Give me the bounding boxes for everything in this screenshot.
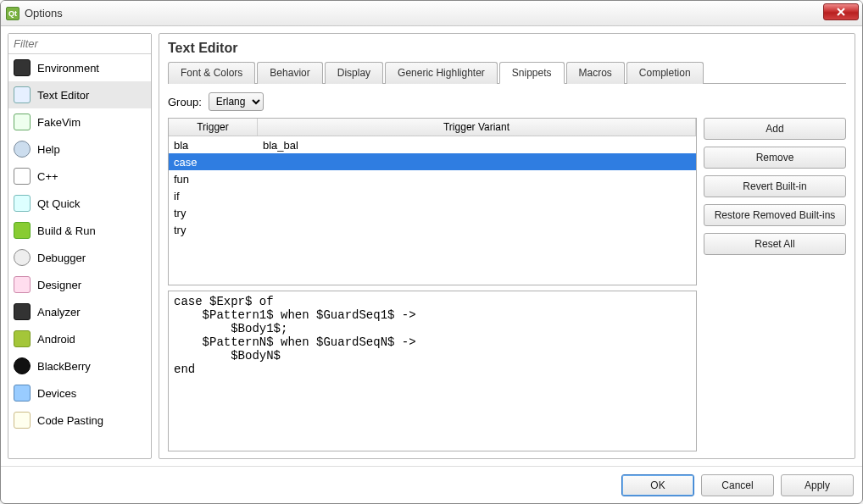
sidebar-item-label: Debugger (37, 252, 86, 264)
cell-trigger: if (169, 190, 258, 202)
cell-trigger: bla (169, 139, 258, 152)
analyzer-icon (14, 303, 31, 320)
sidebar-item-label: Code Pasting (37, 414, 103, 427)
qt-quick-icon (14, 195, 31, 212)
titlebar: Qt Options (1, 1, 862, 26)
tab-generic-highlighter[interactable]: Generic Highlighter (385, 62, 498, 84)
group-label: Group: (168, 96, 202, 108)
sidebar-item-environment[interactable]: Environment (8, 54, 151, 81)
devices-icon (14, 385, 31, 402)
close-icon (837, 8, 845, 16)
text-editor-icon (14, 86, 31, 103)
sidebar-item-label: Help (37, 143, 60, 156)
sidebar-item-label: Devices (37, 387, 76, 400)
tab-completion[interactable]: Completion (626, 62, 704, 84)
sidebar-item-help[interactable]: Help (8, 136, 151, 163)
c--icon (14, 168, 31, 185)
cell-trigger: try (169, 207, 258, 219)
tabs: Font & ColorsBehaviorDisplayGeneric High… (168, 61, 846, 84)
sidebar-item-analyzer[interactable]: Analyzer (8, 298, 151, 325)
sidebar-item-label: Designer (37, 279, 81, 291)
main-panel: Text Editor Font & ColorsBehaviorDisplay… (159, 33, 855, 459)
cell-variant: bla_bal (258, 139, 696, 152)
tab-behavior[interactable]: Behavior (257, 62, 322, 84)
android-icon (14, 330, 31, 347)
sidebar-item-label: C++ (37, 170, 58, 183)
code-pasting-icon (14, 412, 31, 429)
environment-icon (14, 59, 31, 76)
ok-button[interactable]: OK (621, 474, 694, 496)
sidebar-item-build-run[interactable]: Build & Run (8, 217, 151, 244)
close-button[interactable] (823, 3, 859, 20)
category-list: EnvironmentText EditorFakeVimHelpC++Qt Q… (8, 54, 151, 458)
blackberry-icon (14, 357, 31, 374)
sidebar-item-designer[interactable]: Designer (8, 271, 151, 298)
build-run-icon (14, 222, 31, 239)
debugger-icon (14, 249, 31, 266)
sidebar-item-text-editor[interactable]: Text Editor (8, 81, 151, 108)
cell-trigger: fun (169, 173, 258, 186)
sidebar-item-debugger[interactable]: Debugger (8, 244, 151, 271)
sidebar-item-label: Environment (37, 62, 99, 75)
sidebar-item-c-[interactable]: C++ (8, 163, 151, 190)
restore-removed-builtins-button[interactable]: Restore Removed Built-ins (704, 204, 846, 226)
add-button[interactable]: Add (704, 118, 846, 140)
sidebar-item-fakevim[interactable]: FakeVim (8, 108, 151, 136)
remove-button[interactable]: Remove (704, 147, 846, 169)
sidebar: EnvironmentText EditorFakeVimHelpC++Qt Q… (8, 33, 152, 459)
table-row[interactable]: try (169, 204, 696, 221)
sidebar-item-label: Text Editor (37, 89, 89, 102)
cancel-button[interactable]: Cancel (701, 474, 774, 496)
app-icon: Qt (6, 7, 19, 20)
sidebar-item-label: Android (37, 333, 75, 346)
table-row[interactable]: case (169, 153, 696, 170)
cell-trigger: try (169, 224, 258, 236)
sidebar-item-label: Analyzer (37, 306, 81, 318)
table-row[interactable]: fun (169, 170, 696, 187)
page-title: Text Editor (168, 41, 846, 56)
sidebar-item-blackberry[interactable]: BlackBerry (8, 352, 151, 379)
tab-macros[interactable]: Macros (566, 62, 625, 84)
tab-body-snippets: Group: Erlang Trigger Trigger Variant bl… (168, 84, 846, 451)
sidebar-item-devices[interactable]: Devices (8, 379, 151, 407)
cell-trigger: case (169, 156, 258, 169)
apply-button[interactable]: Apply (781, 474, 854, 496)
sidebar-item-label: BlackBerry (37, 360, 91, 373)
col-header-trigger[interactable]: Trigger (169, 119, 258, 136)
filter-input[interactable] (8, 34, 151, 54)
sidebar-item-label: FakeVim (37, 116, 81, 129)
tab-display[interactable]: Display (325, 62, 383, 84)
help-icon (14, 141, 31, 158)
table-row[interactable]: try (169, 221, 696, 238)
tab-snippets[interactable]: Snippets (499, 62, 565, 84)
sidebar-item-android[interactable]: Android (8, 325, 151, 352)
revert-builtin-button[interactable]: Revert Built-in (704, 175, 846, 197)
sidebar-item-qt-quick[interactable]: Qt Quick (8, 190, 151, 217)
footer: OK Cancel Apply (1, 466, 862, 503)
fakevim-icon (14, 114, 31, 130)
sidebar-item-label: Qt Quick (37, 197, 81, 210)
reset-all-button[interactable]: Reset All (704, 233, 846, 255)
designer-icon (14, 276, 31, 293)
table-row[interactable]: if (169, 187, 696, 204)
group-select[interactable]: Erlang (209, 92, 264, 111)
sidebar-item-code-pasting[interactable]: Code Pasting (8, 407, 151, 434)
window-title: Options (25, 7, 63, 19)
snippet-code[interactable]: case $Expr$ of $Pattern1$ when $GuardSeq… (168, 291, 697, 451)
col-header-variant[interactable]: Trigger Variant (258, 119, 696, 136)
sidebar-item-label: Build & Run (37, 224, 96, 237)
table-row[interactable]: blabla_bal (169, 136, 696, 153)
snippet-table: Trigger Trigger Variant blabla_balcasefu… (168, 118, 697, 285)
tab-font-colors[interactable]: Font & Colors (168, 62, 255, 84)
